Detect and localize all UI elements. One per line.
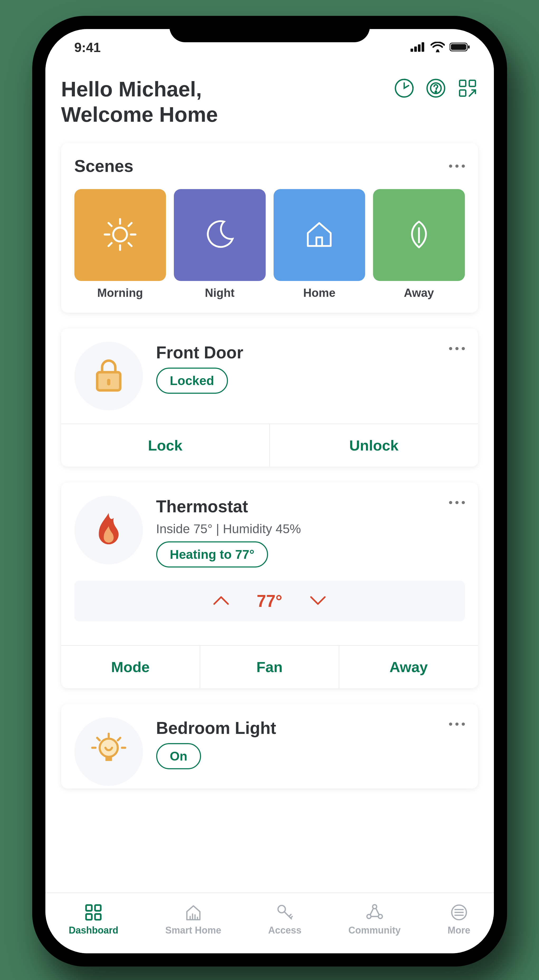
front-door-card: Front Door Locked Lock Unlock: [61, 329, 478, 467]
thermostat-card: Thermostat Inside 75° | Humidity 45% Hea…: [61, 482, 478, 688]
svg-rect-18: [107, 379, 110, 385]
tab-bar: Dashboard Smart Home Access Community Mo…: [45, 892, 494, 953]
tab-more[interactable]: More: [448, 903, 471, 936]
svg-point-25: [373, 905, 376, 909]
bulb-icon-circle: [75, 717, 143, 786]
customize-icon[interactable]: [457, 78, 478, 99]
scene-morning[interactable]: Morning: [75, 189, 166, 299]
screen: 9:41 Hello Michael, Welcome Home: [45, 29, 494, 953]
scenes-more-button[interactable]: [449, 164, 465, 168]
status-time: 9:41: [75, 40, 101, 55]
front-door-status-pill[interactable]: Locked: [156, 368, 228, 394]
device-header: Thermostat Inside 75° | Humidity 45% Hea…: [75, 496, 465, 568]
moon-icon: [203, 217, 237, 253]
header: Hello Michael, Welcome Home: [61, 66, 478, 143]
scene-label: Night: [205, 286, 235, 299]
header-actions: [394, 76, 478, 99]
lock-icon-circle: [75, 342, 143, 410]
away-button[interactable]: Away: [339, 646, 478, 688]
tab-community[interactable]: Community: [349, 903, 401, 936]
bedroom-light-card: Bedroom Light On: [61, 704, 478, 789]
svg-rect-22: [86, 914, 92, 920]
bedroom-light-title: Bedroom Light: [156, 718, 436, 738]
svg-rect-14: [460, 90, 466, 96]
svg-point-19: [100, 739, 118, 757]
mode-button[interactable]: Mode: [61, 646, 200, 688]
tab-access[interactable]: Access: [268, 903, 301, 936]
tab-label: More: [448, 925, 471, 936]
temp-setpoint: 77°: [257, 591, 282, 611]
svg-point-26: [367, 915, 371, 918]
svg-rect-13: [469, 80, 475, 86]
bedroom-light-status-pill[interactable]: On: [156, 743, 201, 769]
phone-frame: 9:41 Hello Michael, Welcome Home: [32, 16, 507, 967]
community-icon: [365, 903, 384, 922]
temp-control: 77°: [75, 581, 465, 621]
temp-down-button[interactable]: [309, 595, 327, 608]
bulb-icon: [89, 731, 128, 772]
svg-point-11: [435, 91, 436, 92]
bedroom-light-more-button[interactable]: [449, 717, 465, 726]
tab-dashboard[interactable]: Dashboard: [68, 903, 118, 936]
scene-night[interactable]: Night: [174, 189, 266, 299]
scenes-header: Scenes: [75, 156, 465, 176]
scene-tile: [274, 189, 365, 281]
svg-rect-7: [468, 45, 469, 49]
wifi-icon: [431, 42, 445, 53]
scene-label: Home: [303, 286, 335, 299]
svg-rect-23: [95, 914, 101, 920]
scene-tile: [174, 189, 266, 281]
fan-button[interactable]: Fan: [200, 646, 339, 688]
lock-button[interactable]: Lock: [61, 424, 270, 467]
flame-icon-circle: [75, 496, 143, 564]
svg-rect-16: [316, 237, 322, 246]
scenes-row: Morning Night Home: [75, 189, 465, 299]
front-door-actions: Lock Unlock: [61, 423, 478, 467]
tab-label: Community: [349, 925, 401, 936]
smart-home-icon: [184, 903, 203, 922]
dashboard-icon: [84, 903, 103, 922]
scene-tile: [75, 189, 166, 281]
unlock-button[interactable]: Unlock: [270, 424, 478, 467]
greeting-line2: Welcome Home: [61, 102, 218, 127]
more-icon: [449, 903, 469, 922]
thermostat-more-button[interactable]: [449, 496, 465, 504]
tab-smart-home[interactable]: Smart Home: [165, 903, 221, 936]
scene-tile: [373, 189, 465, 281]
battery-icon: [450, 42, 470, 53]
device-header: Bedroom Light On: [75, 717, 465, 786]
temp-up-button[interactable]: [212, 595, 230, 608]
home-icon: [302, 217, 336, 253]
tab-label: Access: [268, 925, 301, 936]
content-scroll[interactable]: Hello Michael, Welcome Home: [45, 66, 494, 892]
scene-label: Morning: [97, 286, 143, 299]
tab-label: Dashboard: [68, 925, 118, 936]
scenes-title: Scenes: [75, 156, 133, 176]
scene-label: Away: [404, 286, 434, 299]
phone-notch: [170, 16, 370, 42]
greeting: Hello Michael, Welcome Home: [61, 76, 218, 127]
tab-label: Smart Home: [165, 925, 221, 936]
front-door-more-button[interactable]: [449, 342, 465, 350]
thermostat-title: Thermostat: [156, 497, 436, 516]
key-icon: [275, 903, 295, 922]
cellular-icon: [411, 42, 426, 53]
lock-icon: [89, 356, 128, 396]
svg-rect-20: [86, 905, 92, 911]
status-icons: [411, 42, 470, 53]
svg-point-4: [436, 49, 439, 52]
leaf-icon: [402, 217, 436, 253]
svg-rect-0: [411, 49, 413, 52]
svg-point-15: [113, 228, 127, 242]
svg-rect-6: [451, 44, 466, 50]
scene-away[interactable]: Away: [373, 189, 465, 299]
history-icon[interactable]: [394, 78, 415, 99]
svg-rect-1: [414, 46, 417, 52]
front-door-title: Front Door: [156, 343, 436, 362]
scenes-card: Scenes Morning: [61, 143, 478, 313]
svg-rect-21: [95, 905, 101, 911]
scene-home[interactable]: Home: [274, 189, 365, 299]
thermostat-status-pill[interactable]: Heating to 77°: [156, 541, 268, 568]
help-icon[interactable]: [425, 78, 446, 99]
greeting-line1: Hello Michael,: [61, 76, 218, 102]
